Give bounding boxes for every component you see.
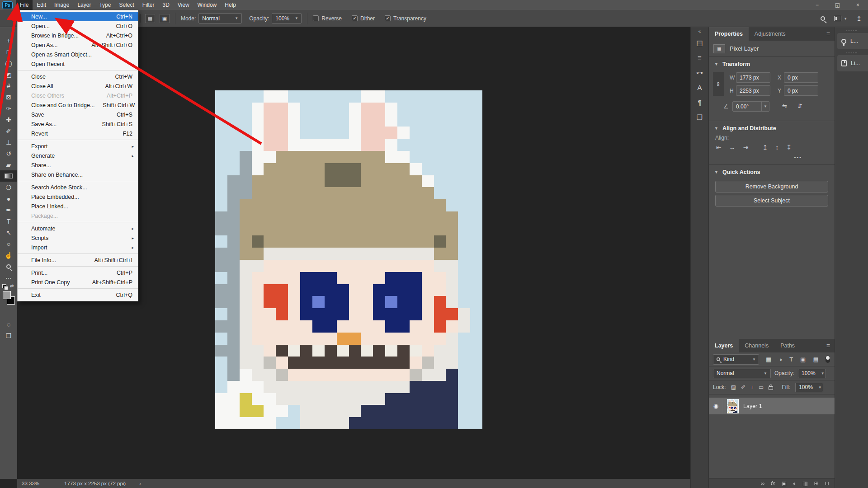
menu-window[interactable]: Window: [193, 0, 221, 10]
checkbox-dither[interactable]: ✓Dither: [352, 15, 375, 22]
more-options-icon[interactable]: •••: [709, 151, 835, 165]
foreground-color-swatch[interactable]: [3, 291, 11, 299]
brush-tool[interactable]: ✐: [0, 125, 17, 136]
dodge-tool[interactable]: ●: [0, 193, 17, 204]
blend-mode-dropdown[interactable]: Normal ▼: [713, 369, 771, 378]
menu-item-export[interactable]: Export▸: [18, 141, 138, 151]
lock-all-icon[interactable]: [769, 386, 773, 390]
frame-tool[interactable]: ⊠: [0, 91, 17, 103]
menu-item-browse-in-bridge[interactable]: Browse in Bridge...Alt+Ctrl+O: [18, 31, 138, 40]
tab-paths[interactable]: Paths: [774, 339, 801, 352]
collapse-tools-button[interactable]: »: [0, 27, 17, 35]
width-field[interactable]: 1773 px: [736, 72, 770, 83]
y-field[interactable]: 0 px: [784, 85, 818, 96]
height-field[interactable]: 2253 px: [736, 85, 770, 96]
layer-visibility-icon[interactable]: ◉: [709, 398, 723, 414]
menu-item-place-embedded[interactable]: Place Embedded...: [18, 192, 138, 202]
hand-tool[interactable]: ☝: [0, 249, 17, 261]
transform-section-header[interactable]: ▼ Transform: [709, 57, 835, 70]
layer-effects-icon[interactable]: fx: [771, 480, 775, 487]
menu-edit[interactable]: Edit: [33, 0, 50, 10]
search-icon[interactable]: [821, 16, 825, 21]
character-panel-icon[interactable]: A: [691, 80, 708, 95]
gradient-type-radial-icon[interactable]: ▣: [160, 14, 170, 23]
blur-tool[interactable]: ❍: [0, 182, 17, 193]
zoom-level[interactable]: 33.33%: [22, 481, 39, 486]
flip-vertical-icon[interactable]: ⇵: [797, 103, 802, 109]
menu-item-automate[interactable]: Automate▸: [18, 224, 138, 233]
menu-item-open-recent[interactable]: Open Recent▸: [18, 59, 138, 69]
menu-view[interactable]: View: [174, 0, 193, 10]
new-layer-icon[interactable]: ⊞: [814, 480, 819, 487]
remove-background-button[interactable]: Remove Background: [715, 181, 828, 192]
move-tool[interactable]: +: [0, 35, 17, 46]
layer-row[interactable]: ◉ Layer 1: [709, 398, 835, 414]
menu-item-new[interactable]: New...Ctrl+N: [18, 12, 138, 21]
menu-image[interactable]: Image: [50, 0, 73, 10]
layers-opacity-dropdown[interactable]: 100% ▼: [798, 369, 826, 378]
layer-mask-icon[interactable]: ▣: [782, 480, 787, 487]
mode-dropdown[interactable]: Normal ▼: [198, 13, 242, 23]
menu-item-package[interactable]: Package...: [18, 211, 138, 221]
align-left-icon[interactable]: ⇤: [716, 144, 722, 151]
close-button[interactable]: ×: [848, 0, 868, 10]
checkbox-reverse[interactable]: Reverse: [313, 15, 342, 22]
edit-toolbar-button[interactable]: ⋯: [0, 272, 17, 283]
menu-filter[interactable]: Filter: [138, 0, 159, 10]
eyedropper-tool[interactable]: ✑: [0, 103, 17, 114]
paragraph-panel-icon[interactable]: ¶: [691, 95, 708, 110]
gradient-type-linear-icon[interactable]: ▦: [145, 14, 155, 23]
history-brush-tool[interactable]: ↺: [0, 148, 17, 159]
menu-item-close-others[interactable]: Close OthersAlt+Ctrl+P: [18, 91, 138, 100]
lasso-tool[interactable]: ◯: [0, 57, 17, 69]
default-colors-icon[interactable]: [2, 284, 6, 288]
menu-item-open[interactable]: Open...Ctrl+O: [18, 21, 138, 31]
menu-item-generate[interactable]: Generate▸: [18, 151, 138, 160]
fill-dropdown[interactable]: 100% ▼: [795, 383, 823, 392]
filter-type-layers-icon[interactable]: T: [789, 356, 793, 363]
quick-actions-header[interactable]: ▼ Quick Actions: [709, 165, 835, 178]
learn-panel-button[interactable]: L...: [837, 33, 868, 49]
checkbox-transparency[interactable]: ✓Transparency: [385, 15, 426, 22]
menu-item-print-one-copy[interactable]: Print One CopyAlt+Shift+Ctrl+P: [18, 277, 138, 287]
new-group-icon[interactable]: ▥: [802, 480, 807, 487]
menu-help[interactable]: Help: [221, 0, 240, 10]
layers-menu-icon[interactable]: ≡: [826, 342, 830, 349]
lock-position-icon[interactable]: +: [750, 384, 754, 390]
align-center-v-icon[interactable]: ↕: [775, 144, 778, 151]
menu-item-revert[interactable]: RevertF12: [18, 129, 138, 138]
link-dimensions-icon[interactable]: ∞: [713, 72, 724, 96]
menu-file[interactable]: File: [16, 0, 33, 10]
tab-properties[interactable]: Properties: [709, 27, 749, 41]
filter-toggle[interactable]: [826, 356, 830, 363]
menu-item-import[interactable]: Import▸: [18, 243, 138, 252]
healing-brush-tool[interactable]: ✚: [0, 114, 17, 125]
lock-paint-icon[interactable]: ✐: [741, 384, 745, 390]
expand-panels-icon[interactable]: «: [691, 27, 708, 35]
angle-field[interactable]: 0.00° ▼: [732, 101, 769, 112]
menu-item-search-adobe-stock[interactable]: Search Adobe Stock...: [18, 183, 138, 192]
menu-item-close-and-go-to-bridge[interactable]: Close and Go to Bridge...Shift+Ctrl+W: [18, 100, 138, 110]
libraries-panel-button[interactable]: Li...: [837, 55, 868, 71]
status-chevron-icon[interactable]: ›: [139, 481, 141, 486]
menu-item-share[interactable]: Share...: [18, 160, 138, 170]
x-field[interactable]: 0 px: [784, 72, 818, 83]
drag-handle[interactable]: [846, 30, 857, 31]
menu-item-share-on-behance[interactable]: Share on Behance...: [18, 170, 138, 179]
align-top-icon[interactable]: ↥: [762, 144, 768, 151]
align-section-header[interactable]: ▼ Align and Distribute: [709, 121, 835, 135]
menu-item-scripts[interactable]: Scripts▸: [18, 233, 138, 243]
path-selection-tool[interactable]: ↖: [0, 227, 17, 238]
filter-smart-objects-icon[interactable]: ▤: [813, 356, 818, 363]
share-icon[interactable]: ↥: [856, 15, 862, 22]
menu-item-close-all[interactable]: Close AllAlt+Ctrl+W: [18, 81, 138, 91]
gradient-tool[interactable]: [0, 170, 17, 182]
menu-item-print[interactable]: Print...Ctrl+P: [18, 268, 138, 277]
menu-item-place-linked[interactable]: Place Linked...: [18, 202, 138, 211]
libraries-panel-icon[interactable]: ❒: [691, 110, 708, 125]
restore-button[interactable]: ◱: [827, 0, 848, 10]
flip-horizontal-icon[interactable]: ⇋: [782, 103, 787, 109]
align-bottom-icon[interactable]: ↧: [786, 144, 792, 151]
menu-3d[interactable]: 3D: [158, 0, 173, 10]
menu-item-open-as-smart-object[interactable]: Open as Smart Object...: [18, 50, 138, 59]
